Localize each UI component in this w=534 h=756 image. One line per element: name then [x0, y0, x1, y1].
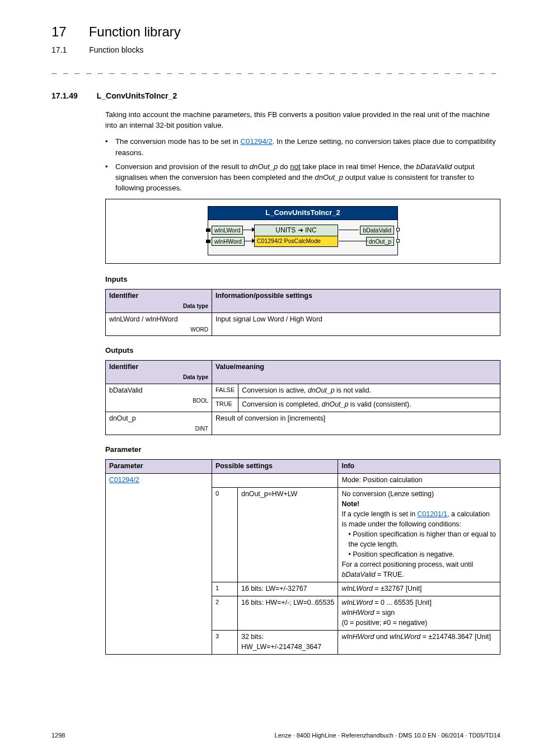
text: If a cycle length is set in [341, 510, 417, 518]
link-c01294-2[interactable]: C01294/2 [241, 137, 273, 146]
cell-parameter: C01294/2 [106, 474, 212, 655]
divider: _ _ _ _ _ _ _ _ _ _ _ _ _ _ _ _ _ _ _ _ … [51, 63, 500, 76]
subchapter-title: Function blocks [89, 44, 143, 55]
text-bold: Note! [341, 500, 359, 508]
cell-identifier: dnOut_p DINT [106, 412, 212, 435]
text-italic: dnOut_p [322, 400, 349, 408]
cell-setting: 16 bits: LW=+/-32767 [238, 582, 338, 596]
text-italic: wInLWord [390, 633, 420, 641]
table-row: wInLWord / wInHWord WORD Input signal Lo… [106, 312, 500, 335]
bullet-dot: • [105, 161, 111, 193]
cell-meaning: Conversion is completed, dnOut_p is vali… [238, 398, 500, 412]
function-block-diagram: L_ConvUnitsToIncr_2 wInLWord wInHWord UN… [105, 199, 500, 264]
cell-datatype: BOOL [109, 397, 208, 405]
text: = TRUE. [376, 571, 404, 578]
cell-value: TRUE [212, 398, 238, 412]
cell-num: 0 [212, 488, 238, 582]
bullet-item: • The conversion mode has to be set in C… [105, 136, 500, 157]
col-info: Information/possible settings [212, 290, 500, 312]
cell-num: 2 [212, 596, 238, 631]
connector-stub [396, 239, 400, 242]
text: For a correct positioning process, wait … [341, 561, 473, 568]
subchapter-number: 17.1 [51, 44, 67, 55]
text: Conversion is active, [242, 386, 308, 394]
text-italic: wInHWord [341, 609, 374, 617]
text: Conversion is completed, [242, 400, 322, 408]
col-identifier: Identifier Data type [106, 290, 212, 312]
chapter-number: 17 [51, 22, 67, 42]
connector-line [339, 230, 359, 230]
text-italic: bDataValid [416, 162, 452, 171]
text: Conversion and provision of the result t… [115, 162, 250, 171]
outputs-heading: Outputs [105, 345, 500, 356]
cell-text: wInLWord / wInHWord [109, 315, 178, 323]
bullet-text: The conversion mode has to be set in C01… [115, 136, 500, 157]
link-c01201-1[interactable]: C01201/1 [417, 510, 447, 518]
cell-empty [212, 474, 338, 488]
text-italic: wInLWord [341, 585, 372, 592]
link-c01294-2[interactable]: C01294/2 [109, 476, 139, 484]
text: is not valid. [335, 386, 371, 394]
text: = sign [374, 609, 395, 617]
sub-bullet: • Position specification is negative. [348, 550, 496, 560]
page-footer: 1298 Lenze · 8400 HighLine · Referenzhan… [51, 731, 500, 740]
fb-inner-box: UNITS ➜ INC C01294/2 PosCalcMode [254, 225, 338, 247]
cell-meaning: Conversion is active, dnOut_p is not val… [238, 384, 500, 398]
connector-line [339, 241, 368, 241]
text: und [374, 633, 390, 641]
text-italic: dnOut_p [315, 173, 343, 181]
text: do [278, 162, 290, 171]
col-settings: Possible settings [212, 460, 338, 474]
inputs-heading: Inputs [105, 274, 500, 284]
fb-inner-label: UNITS ➜ INC [255, 225, 338, 236]
parameter-table: Parameter Possible settings Info C01294/… [105, 459, 500, 655]
th-label: Identifier [109, 292, 138, 300]
parameter-heading: Parameter [105, 444, 500, 455]
cell-num: 3 [212, 631, 238, 655]
sub-bullets: • Position specification is higher than … [341, 530, 496, 560]
port-winlword: wInLWord [212, 226, 243, 235]
text: take place in real time! Hence, the [301, 162, 416, 171]
col-value: Value/meaning [212, 361, 500, 384]
port-dnout-p: dnOut_p [366, 237, 394, 246]
cell-info: Mode: Position calculation [338, 474, 500, 488]
text: The conversion mode has to be set in [115, 137, 241, 146]
text: = ±214748.3647 [Unit] [420, 633, 491, 641]
cell-identifier: wInLWord / wInHWord WORD [106, 312, 212, 335]
fb-body: wInLWord wInHWord UNITS ➜ INC C01294/2 P… [208, 220, 398, 255]
cell-setting: 32 bits: HW_LW=+/-214748_3647 [238, 631, 338, 655]
text: (0 = positive; ≠0 = negative) [341, 619, 427, 627]
port-bdatavalid: bDataValid [360, 226, 394, 235]
section-number: 17.1.49 [51, 90, 78, 101]
text-underline: not [290, 162, 300, 171]
col-parameter: Parameter [106, 460, 212, 474]
subchapter-heading: 17.1 Function blocks [51, 44, 500, 55]
text-italic: dnOut_p [250, 162, 278, 171]
th-label: Identifier [109, 363, 138, 371]
cell-info: No conversion (Lenze setting) Note! If a… [338, 488, 500, 582]
text: No conversion (Lenze setting) [341, 490, 434, 498]
cell-text: bDataValid [109, 386, 143, 394]
text-italic: dnOut_p [308, 386, 335, 394]
fb-title: L_ConvUnitsToIncr_2 [208, 206, 398, 220]
text: = ±32767 [Unit] [373, 585, 422, 592]
table-row: bDataValid BOOL FALSE Conversion is acti… [106, 384, 500, 398]
bullet-list: • The conversion mode has to be set in C… [105, 136, 500, 193]
sub-bullet: • Position specification is higher than … [348, 530, 496, 550]
connector-stub [206, 228, 210, 232]
text-italic: wInHWord [341, 633, 374, 641]
text-italic: bDataValid [341, 571, 375, 578]
chapter-title: Function library [89, 22, 181, 42]
th-sublabel: Data type [109, 302, 208, 311]
cell-datatype: WORD [109, 326, 208, 334]
th-sublabel: Data type [109, 374, 208, 382]
cell-info: Input signal Low Word / High Word [212, 312, 500, 335]
cell-num: 1 [212, 582, 238, 596]
code-text: C01294/2 [257, 237, 283, 244]
chapter-heading: 17 Function library [51, 22, 500, 42]
text: = 0 ... 65535 [Unit] [373, 599, 432, 606]
label-text: PosCalcMode [283, 237, 321, 244]
cell-setting: dnOut_p=HW+LW [238, 488, 338, 582]
intro-paragraph: Taking into account the machine paramete… [105, 109, 500, 130]
section-title: L_ConvUnitsToIncr_2 [97, 90, 177, 101]
